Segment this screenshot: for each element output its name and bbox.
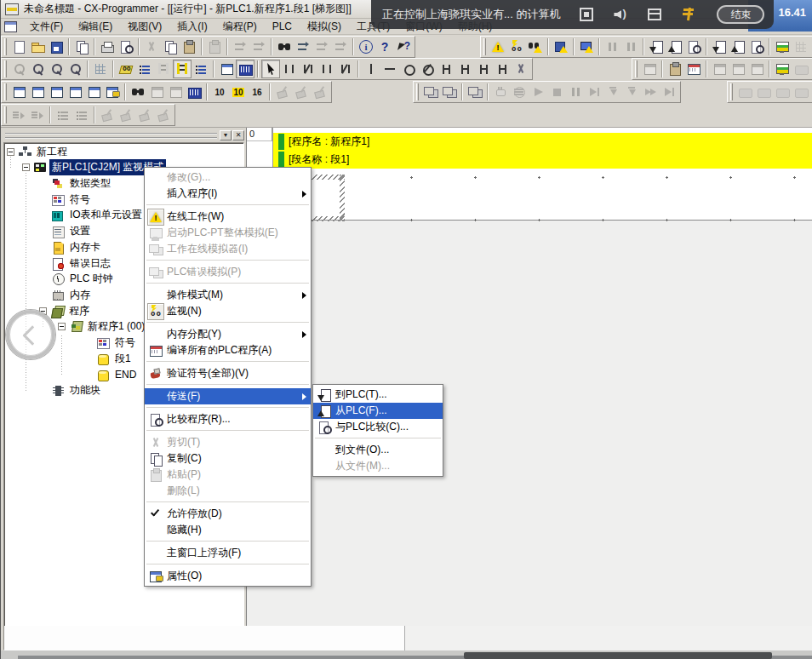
watch-window-2-button[interactable] [792,60,810,78]
view-rect-4-button[interactable] [792,83,810,101]
local-symbols-button[interactable] [135,60,154,78]
workspace-pin-button[interactable]: ▾ [220,130,232,140]
view-rect-2-button[interactable] [754,83,773,101]
context-menu-properties[interactable]: 属性(O) [145,568,311,584]
instruction-2-button[interactable] [455,60,474,78]
window-layout-icon[interactable] [647,7,662,22]
tree-item-settings[interactable]: 设置 [39,224,93,239]
hex-view-button[interactable] [185,83,203,101]
speaker-icon[interactable] [613,7,628,22]
menu-insert[interactable]: 插入(I) [169,18,214,36]
zoom-region-button[interactable] [28,60,47,78]
window-1-button[interactable] [9,83,28,101]
end-session-button[interactable]: 结束 [717,5,764,24]
view-rect-3-button[interactable] [773,83,792,101]
sim-step-next-button[interactable] [585,83,603,101]
submenu-to-file[interactable]: 到文件(O)... [313,442,443,458]
context-menu-copy[interactable]: 复制(C) [145,450,311,467]
tree-item-data-types[interactable]: 数据类型 [39,175,113,191]
mnemonic-view-button[interactable] [192,60,210,78]
compare-programs-button[interactable] [72,37,91,56]
toolbar-grip[interactable] [635,60,638,77]
about-button[interactable] [357,37,375,56]
force-cancel-button[interactable] [311,83,329,101]
monitor-win-2-button[interactable] [440,83,459,101]
mark-2-button[interactable] [117,106,135,124]
go-online-1-button[interactable] [710,60,729,78]
sim-network-button[interactable] [510,83,529,101]
error-list-button[interactable] [489,37,507,56]
expand-collapse-icon[interactable] [58,323,66,330]
undo-button[interactable] [231,37,249,56]
submenu-from-file[interactable]: 从文件(M)... [313,458,443,474]
menu-file[interactable]: 文件(F) [22,18,71,36]
compare-with-plc-button[interactable] [684,37,703,56]
redo-button[interactable] [249,37,268,56]
sim-hand-button[interactable] [491,83,510,101]
decimal-10-signed-button[interactable]: 10 [229,83,248,101]
submenu-to-plc[interactable]: 到PLC(T)... [313,387,443,403]
context-menu-verify-symbols-all[interactable]: 验证符号(全部)(V) [145,365,311,381]
contact-down-button[interactable] [336,60,355,78]
paste-special-button[interactable] [205,37,224,56]
expand-collapse-icon[interactable] [22,163,30,171]
pause-monitor-button[interactable] [603,37,621,56]
cx-view-button[interactable] [236,60,254,78]
transfer-symbols-button[interactable] [747,37,766,56]
tree-item-symbols[interactable]: 符号 [39,192,93,207]
instruction-4-button[interactable] [493,60,512,78]
block-list-2-button[interactable] [72,106,91,124]
copy-button[interactable] [161,37,180,56]
watch-window-button[interactable] [773,60,792,78]
sim-fast-button[interactable] [641,83,660,101]
toggle-grid-button[interactable] [91,60,110,78]
submenu-from-plc[interactable]: 从PLC(F)... [313,403,443,419]
context-menu-work-online[interactable]: 在线工作(W) [145,209,311,225]
tree-item-error-log[interactable]: 错误日志 [39,255,113,271]
menu-simulation[interactable]: 模拟(S) [300,18,349,36]
transfer-settings-button[interactable] [729,37,747,56]
toolbar-grip[interactable] [4,83,7,100]
context-menu-work-online-simulator[interactable]: 工作在线模拟器(I) [145,241,311,257]
force-reset-button[interactable] [292,83,311,101]
toolbar-grip[interactable] [483,38,486,55]
context-menu-operating-mode[interactable]: 操作模式(M) [145,287,311,303]
instruction-5-button[interactable] [512,60,530,78]
tree-item-project-root[interactable]: 新工程 [7,144,70,159]
print-preview-button[interactable] [117,37,135,56]
sim-step-in-button[interactable] [603,83,622,101]
collapse-panel-button[interactable] [6,310,55,359]
zoom-out-button[interactable] [66,60,84,78]
replace-button[interactable] [294,37,312,56]
zoom-select-button[interactable] [9,60,28,78]
work-online-button[interactable] [773,37,792,56]
toolbar-grip[interactable] [4,60,7,77]
find-error-button[interactable] [526,37,545,56]
compile-button[interactable] [684,60,703,78]
online-save-button[interactable] [552,37,570,56]
pause-button[interactable] [621,37,640,56]
find-next-button[interactable] [312,37,331,56]
transfer-program-button[interactable] [710,37,729,56]
save-button[interactable] [47,37,66,56]
find-button[interactable] [275,37,294,56]
go-online-2-button[interactable] [729,60,747,78]
context-menu-allow-docking[interactable]: 允许停放(D) [145,506,311,522]
toolbar-grip[interactable] [4,106,7,123]
open-file-button[interactable] [28,37,47,56]
tree-item-memory-card[interactable]: 内存卡 [39,239,103,255]
go-online-3-button[interactable] [747,60,766,78]
force-off-button[interactable] [166,83,185,101]
context-menu-compile-all-plc-programs[interactable]: 编译所有的PLC程序(A) [145,342,311,358]
hex-16-button[interactable]: 16 [248,83,266,101]
window-4-button[interactable] [66,83,84,101]
decimal-10-button[interactable]: 10 [210,83,229,101]
instruction-3-button[interactable] [474,60,493,78]
view-rect-1-button[interactable] [735,83,754,101]
tree-item-function-blocks[interactable]: 功能块 [39,383,103,398]
cross-reference-button[interactable] [154,60,173,78]
mark-1-button[interactable] [98,106,117,124]
context-menu-start-plc-pt-simulation[interactable]: 启动PLC-PT整体模拟(E) [145,225,311,241]
symbol-table-button[interactable] [117,60,135,78]
sim-run-button[interactable] [529,83,547,101]
